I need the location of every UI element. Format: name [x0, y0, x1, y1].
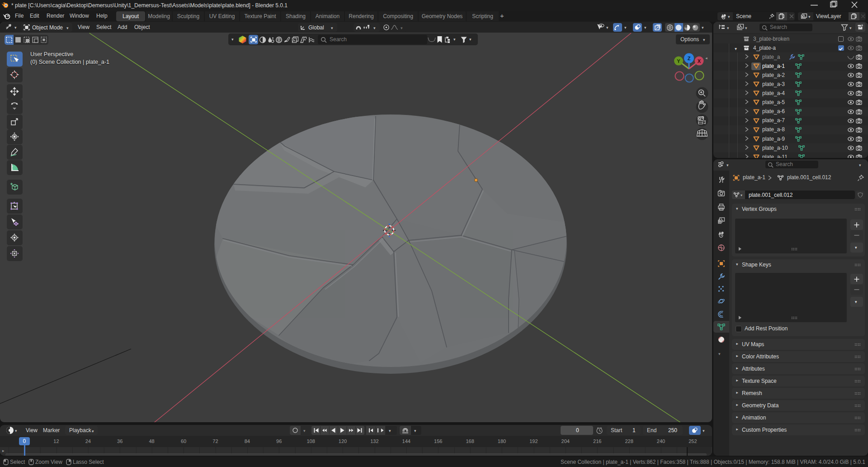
svg-text:X: X: [698, 58, 701, 64]
svg-text:Y: Y: [677, 58, 680, 64]
svg-text:Z: Z: [688, 56, 691, 61]
